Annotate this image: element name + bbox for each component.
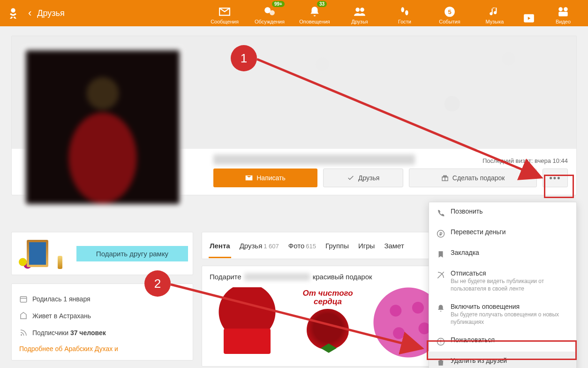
tab-groups[interactable]: Группы <box>324 233 350 258</box>
trash-icon <box>437 357 445 367</box>
svg-point-6 <box>405 10 408 15</box>
info-subscribers[interactable]: Подписчики 37 человек <box>19 324 185 341</box>
back-chevron-icon[interactable]: ‹ <box>28 7 31 19</box>
tab-feed[interactable]: Лента <box>209 233 231 258</box>
svg-point-4 <box>360 8 364 12</box>
profile-header: Последний визит: вчера 10:44 Написать Др… <box>11 36 577 195</box>
top-nav: Сообщения 99+ Обсуждения 33 Оповещения Д… <box>204 0 583 26</box>
svg-point-2 <box>270 10 275 15</box>
svg-point-14 <box>21 334 22 336</box>
menu-item-call[interactable]: Позвонить <box>429 202 576 223</box>
nav-friends[interactable]: Друзья <box>339 0 380 26</box>
calendar-icon <box>19 294 28 304</box>
tab-photo[interactable]: Фото615 <box>287 233 317 258</box>
nav-guests[interactable]: Гости <box>384 0 425 26</box>
svg-rect-13 <box>20 297 27 302</box>
svg-point-10 <box>564 7 568 11</box>
badge: 33 <box>317 1 327 7</box>
svg-text:₽: ₽ <box>439 231 443 237</box>
svg-point-9 <box>558 7 563 11</box>
tab-notes[interactable]: Замет <box>383 233 405 258</box>
music-icon <box>489 6 501 18</box>
top-bar: ‹ Друзья Сообщения 99+ Обсуждения 33 Опо… <box>0 0 588 26</box>
svg-point-0 <box>11 8 15 13</box>
friends-icon <box>354 6 366 18</box>
gift-icon <box>441 174 449 182</box>
bookmark-icon <box>437 249 445 259</box>
menu-item-bookmark[interactable]: Закладка <box>429 244 576 264</box>
badge: 99+ <box>272 1 285 7</box>
annotation-step-1: 1 <box>231 45 257 71</box>
warn-icon <box>437 336 445 346</box>
rss-icon <box>19 328 28 337</box>
gift-option-2[interactable]: От чистогосердца <box>290 287 365 358</box>
info-more-link[interactable]: Подробнее об Арабских Духах и <box>19 341 185 353</box>
nav-messages[interactable]: Сообщения <box>204 0 245 26</box>
bell-icon <box>437 303 445 313</box>
nav-music[interactable]: Музыка <box>475 0 515 26</box>
unfollow-icon <box>437 269 445 280</box>
recipient-name <box>244 273 310 281</box>
ellipsis-icon: ••• <box>550 173 561 183</box>
ruble-icon: ₽ <box>437 228 445 238</box>
menu-item-report[interactable]: Пожаловаться <box>429 331 576 352</box>
ok-logo-icon[interactable] <box>7 7 20 20</box>
star-badge-icon: 5 <box>444 6 456 18</box>
menu-item-remove[interactable]: Удалить из друзей <box>429 352 576 368</box>
nav-video[interactable]: Видео <box>543 0 583 26</box>
cover-background <box>12 36 576 149</box>
promo-image <box>16 237 68 270</box>
profile-name <box>213 154 415 165</box>
play-icon <box>523 12 535 24</box>
menu-item-unfollow[interactable]: ОтписатьсяВы не будете видеть публикации… <box>429 264 576 298</box>
profile-actions: Написать Друзья Сделать подарок ••• <box>213 169 568 187</box>
svg-point-5 <box>401 7 404 12</box>
friends-status-button[interactable]: Друзья <box>323 169 403 187</box>
promo-link[interactable]: Подарить другу рамку <box>76 246 188 261</box>
menu-item-money[interactable]: ₽Перевести деньги <box>429 223 576 244</box>
gift-option-1[interactable]: ТЕБЕ, МОЯ ХОРОШАЯ! <box>210 287 285 358</box>
tab-friends[interactable]: Друзья1 607 <box>239 233 280 258</box>
more-actions-menu: Позвонить₽Перевести деньгиЗакладкаОтписа… <box>429 202 577 368</box>
envelope-icon <box>219 6 231 18</box>
svg-rect-11 <box>558 12 568 16</box>
profile-info-card: Родилась 1 января Живет в Астрахань Подп… <box>11 284 193 360</box>
tab-games[interactable]: Игры <box>357 233 376 258</box>
chat-icon <box>264 6 276 18</box>
video-icon <box>557 6 569 18</box>
svg-point-3 <box>355 8 360 12</box>
bell-icon <box>309 6 321 18</box>
annotation-step-2: 2 <box>144 270 171 297</box>
info-lives: Живет в Астрахань <box>19 307 185 324</box>
nav-events[interactable]: 5 События <box>430 0 470 26</box>
check-icon <box>347 174 354 182</box>
menu-item-notify[interactable]: Включить оповещенияВы будете получать оп… <box>429 298 576 331</box>
location-icon <box>19 311 28 321</box>
promo-frame-card[interactable]: Подарить другу рамку <box>11 232 193 275</box>
more-actions-button[interactable]: ••• <box>543 169 568 187</box>
phone-icon <box>437 207 445 218</box>
envelope-icon <box>245 174 253 182</box>
nav-notifications[interactable]: 33 Оповещения <box>294 0 335 26</box>
last-visit: Последний визит: вчера 10:44 <box>482 157 568 164</box>
footsteps-icon <box>399 6 411 18</box>
nav-play[interactable] <box>520 0 538 26</box>
write-button[interactable]: Написать <box>213 169 317 187</box>
nav-discussions[interactable]: 99+ Обсуждения <box>249 0 290 26</box>
page-title: Друзья <box>37 8 64 18</box>
gift-button[interactable]: Сделать подарок <box>409 169 537 187</box>
